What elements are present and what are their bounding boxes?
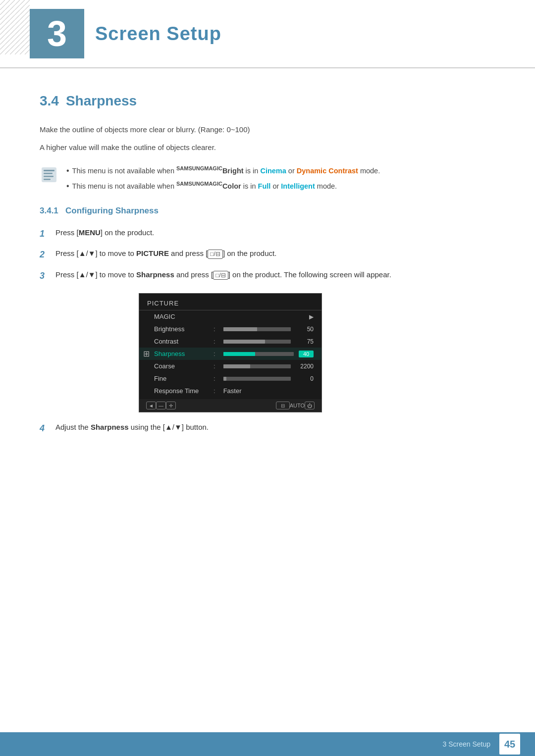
arrow-right-icon: ▶ (309, 313, 314, 320)
menu-item-fine: Fine : 0 (139, 372, 321, 385)
subsection-title: 3.4.1 Configuring Sharpness (40, 206, 495, 216)
menu-item-brightness: Brightness : 50 (139, 323, 321, 335)
subsection-heading: Configuring Sharpness (65, 206, 159, 215)
enter-icon: ⊟ (276, 402, 290, 409)
footer-section-label: 3 Screen Setup (442, 740, 490, 748)
menu-item-magic: MAGIC ▶ (139, 310, 321, 323)
step-4-text: Adjust the Sharpness using the [▲/▼] but… (55, 421, 495, 433)
menu-header: PICTURE (139, 298, 321, 310)
page-footer: 3 Screen Setup 45 (0, 732, 535, 756)
step-3-text: Press [▲/▼] to move to Sharpness and pre… (55, 269, 495, 281)
power-icon: ⏻ (305, 402, 315, 409)
back-icon: ◄ (146, 402, 156, 409)
menu-item-coarse: Coarse : 2200 (139, 360, 321, 372)
menu-item-response-time: Response Time : Faster (139, 385, 321, 397)
description-2: A higher value will make the outline of … (40, 142, 495, 153)
menu-item-sharpness: ⊞ Sharpness : 40 (139, 348, 321, 360)
plus-icon: ✛ (166, 402, 176, 409)
svg-rect-6 (44, 179, 51, 180)
chapter-header: 3 Screen Setup (0, 0, 535, 68)
section-number: 3.4 (40, 93, 59, 109)
footer-btn-enter: ⊟ (276, 402, 290, 409)
svg-rect-3 (44, 170, 54, 171)
footer-btn-power: ⏻ (305, 402, 315, 409)
step-1: 1 Press [MENU] on the product. (40, 227, 495, 241)
sharpness-icon: ⊞ (143, 349, 150, 358)
step-3-number: 3 (40, 269, 49, 283)
step-1-number: 1 (40, 227, 49, 241)
step-1-text: Press [MENU] on the product. (55, 227, 495, 239)
step-2-number: 2 (40, 248, 49, 262)
footer-btn-plus: ✛ (166, 402, 176, 409)
chapter-number: 3 (30, 9, 84, 58)
chapter-title: Screen Setup (95, 23, 221, 45)
menu-item-contrast: Contrast : 75 (139, 335, 321, 348)
note-lines: This menu is not available when SAMSUNGM… (66, 164, 380, 192)
step-4: 4 Adjust the Sharpness using the [▲/▼] b… (40, 421, 495, 436)
minus-icon: — (156, 402, 166, 409)
picture-menu-screenshot: PICTURE MAGIC ▶ Brightness : 50 Contrast (139, 293, 322, 412)
step-2-text: Press [▲/▼] to move to PICTURE and press… (55, 248, 495, 259)
picture-menu: PICTURE MAGIC ▶ Brightness : 50 Contrast (139, 293, 322, 412)
subsection-number: 3.4.1 (40, 206, 58, 215)
footer-btn-back: ◄ (146, 402, 156, 409)
diagonal-decoration (0, 0, 30, 54)
note-icon (40, 165, 58, 184)
note-line-2: This menu is not available when SAMSUNGM… (66, 180, 380, 192)
description-1: Make the outline of objects more clear o… (40, 124, 495, 136)
svg-rect-1 (0, 0, 30, 54)
note-box: This menu is not available when SAMSUNGM… (40, 164, 495, 192)
step-3: 3 Press [▲/▼] to move to Sharpness and p… (40, 269, 495, 283)
svg-rect-4 (44, 173, 53, 174)
menu-footer: ◄ — ✛ ⊟ AUTO ⏻ (139, 399, 321, 412)
svg-rect-5 (44, 176, 54, 177)
note-line-1: This menu is not available when SAMSUNGM… (66, 164, 380, 177)
footer-page-number: 45 (499, 734, 520, 755)
step-4-number: 4 (40, 421, 49, 436)
section-heading: Sharpness (66, 93, 137, 109)
steps-list: 1 Press [MENU] on the product. 2 Press [… (40, 227, 495, 283)
main-content: 3.4 Sharpness Make the outline of object… (0, 68, 535, 485)
section-title: 3.4 Sharpness (40, 93, 495, 109)
steps-list-2: 4 Adjust the Sharpness using the [▲/▼] b… (40, 421, 495, 436)
footer-btn-minus: — (156, 402, 166, 409)
step-2: 2 Press [▲/▼] to move to PICTURE and pre… (40, 248, 495, 262)
footer-auto-label: AUTO (290, 403, 305, 408)
